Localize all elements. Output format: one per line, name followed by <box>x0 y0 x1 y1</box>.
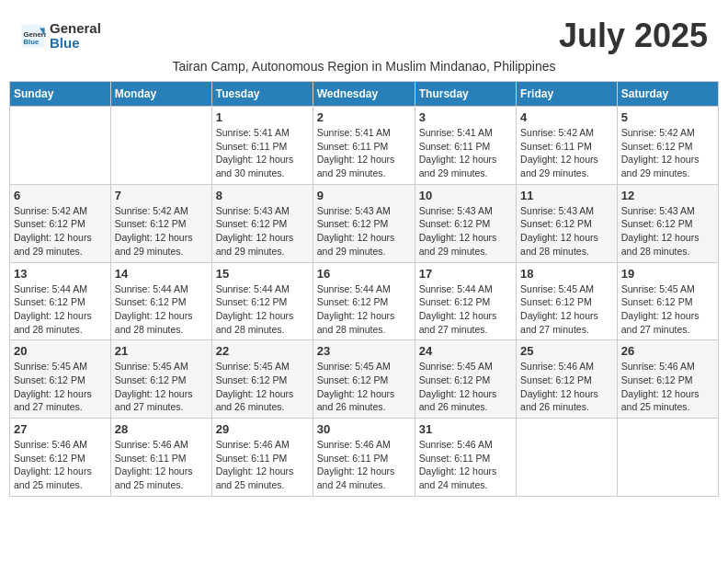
day-number: 26 <box>621 344 714 358</box>
calendar-cell: 10Sunrise: 5:43 AM Sunset: 6:12 PM Dayli… <box>415 184 516 262</box>
month-title: July 2025 <box>559 17 708 55</box>
day-info: Sunrise: 5:44 AM Sunset: 6:12 PM Dayligh… <box>419 282 512 337</box>
calendar-cell: 11Sunrise: 5:43 AM Sunset: 6:12 PM Dayli… <box>517 184 618 262</box>
day-number: 4 <box>520 110 613 124</box>
day-number: 31 <box>419 422 512 436</box>
calendar-cell: 8Sunrise: 5:43 AM Sunset: 6:12 PM Daylig… <box>211 184 313 262</box>
column-header-friday: Friday <box>517 82 618 107</box>
calendar-cell: 26Sunrise: 5:46 AM Sunset: 6:12 PM Dayli… <box>617 340 718 419</box>
day-info: Sunrise: 5:46 AM Sunset: 6:12 PM Dayligh… <box>520 360 613 414</box>
week-row-2: 6Sunrise: 5:42 AM Sunset: 6:12 PM Daylig… <box>10 184 719 262</box>
day-number: 17 <box>419 267 512 281</box>
day-info: Sunrise: 5:46 AM Sunset: 6:11 PM Dayligh… <box>419 438 512 492</box>
calendar-cell: 2Sunrise: 5:41 AM Sunset: 6:11 PM Daylig… <box>313 107 415 185</box>
calendar-cell: 18Sunrise: 5:45 AM Sunset: 6:12 PM Dayli… <box>517 262 618 340</box>
day-info: Sunrise: 5:44 AM Sunset: 6:12 PM Dayligh… <box>216 282 309 337</box>
calendar-cell: 19Sunrise: 5:45 AM Sunset: 6:12 PM Dayli… <box>617 262 718 340</box>
day-number: 23 <box>317 344 411 358</box>
calendar-cell: 7Sunrise: 5:42 AM Sunset: 6:12 PM Daylig… <box>110 184 211 262</box>
calendar-cell: 27Sunrise: 5:46 AM Sunset: 6:12 PM Dayli… <box>10 419 111 497</box>
day-info: Sunrise: 5:41 AM Sunset: 6:11 PM Dayligh… <box>419 126 512 180</box>
day-number: 14 <box>115 267 208 281</box>
calendar-cell <box>110 107 211 185</box>
day-number: 16 <box>317 267 411 281</box>
day-info: Sunrise: 5:42 AM Sunset: 6:11 PM Dayligh… <box>520 126 613 180</box>
calendar-table: SundayMondayTuesdayWednesdayThursdayFrid… <box>9 81 719 497</box>
day-number: 22 <box>216 344 309 358</box>
calendar-cell: 12Sunrise: 5:43 AM Sunset: 6:12 PM Dayli… <box>617 184 718 262</box>
logo-blue: Blue <box>50 35 80 51</box>
logo-icon: General Blue <box>20 23 46 49</box>
week-row-1: 1Sunrise: 5:41 AM Sunset: 6:11 PM Daylig… <box>10 107 719 185</box>
day-number: 12 <box>621 189 714 202</box>
calendar-cell: 22Sunrise: 5:45 AM Sunset: 6:12 PM Dayli… <box>211 340 313 419</box>
day-number: 30 <box>317 422 411 436</box>
day-number: 9 <box>317 189 411 202</box>
day-info: Sunrise: 5:43 AM Sunset: 6:12 PM Dayligh… <box>419 204 512 259</box>
calendar-cell: 13Sunrise: 5:44 AM Sunset: 6:12 PM Dayli… <box>10 262 111 340</box>
day-info: Sunrise: 5:44 AM Sunset: 6:12 PM Dayligh… <box>317 282 411 337</box>
day-number: 7 <box>115 189 208 202</box>
column-header-saturday: Saturday <box>617 82 718 107</box>
day-number: 8 <box>216 189 309 202</box>
day-info: Sunrise: 5:46 AM Sunset: 6:11 PM Dayligh… <box>216 438 309 492</box>
logo-general: General <box>50 20 101 36</box>
day-number: 28 <box>115 422 208 436</box>
logo: General Blue General Blue <box>20 21 101 52</box>
calendar-cell <box>517 419 618 497</box>
column-header-monday: Monday <box>110 82 211 107</box>
day-number: 5 <box>621 110 714 124</box>
day-number: 13 <box>14 267 107 281</box>
day-info: Sunrise: 5:41 AM Sunset: 6:11 PM Dayligh… <box>317 126 411 180</box>
calendar-cell: 1Sunrise: 5:41 AM Sunset: 6:11 PM Daylig… <box>211 107 313 185</box>
calendar-cell: 17Sunrise: 5:44 AM Sunset: 6:12 PM Dayli… <box>415 262 516 340</box>
calendar-cell: 9Sunrise: 5:43 AM Sunset: 6:12 PM Daylig… <box>313 184 415 262</box>
day-info: Sunrise: 5:45 AM Sunset: 6:12 PM Dayligh… <box>621 282 714 337</box>
calendar-cell: 6Sunrise: 5:42 AM Sunset: 6:12 PM Daylig… <box>10 184 111 262</box>
calendar-cell: 24Sunrise: 5:45 AM Sunset: 6:12 PM Dayli… <box>415 340 516 419</box>
column-header-sunday: Sunday <box>10 82 111 107</box>
day-info: Sunrise: 5:43 AM Sunset: 6:12 PM Dayligh… <box>621 204 714 259</box>
calendar-cell: 3Sunrise: 5:41 AM Sunset: 6:11 PM Daylig… <box>415 107 516 185</box>
calendar-cell: 25Sunrise: 5:46 AM Sunset: 6:12 PM Dayli… <box>517 340 618 419</box>
day-number: 21 <box>115 344 208 358</box>
svg-text:Blue: Blue <box>24 38 40 46</box>
day-number: 20 <box>14 344 107 358</box>
week-row-5: 27Sunrise: 5:46 AM Sunset: 6:12 PM Dayli… <box>10 419 719 497</box>
day-info: Sunrise: 5:42 AM Sunset: 6:12 PM Dayligh… <box>115 204 208 259</box>
day-number: 27 <box>14 422 107 436</box>
calendar-cell: 15Sunrise: 5:44 AM Sunset: 6:12 PM Dayli… <box>211 262 313 340</box>
day-info: Sunrise: 5:43 AM Sunset: 6:12 PM Dayligh… <box>520 204 613 259</box>
calendar-cell: 5Sunrise: 5:42 AM Sunset: 6:12 PM Daylig… <box>617 107 718 185</box>
calendar-cell: 20Sunrise: 5:45 AM Sunset: 6:12 PM Dayli… <box>10 340 111 419</box>
calendar-cell: 29Sunrise: 5:46 AM Sunset: 6:11 PM Dayli… <box>211 419 313 497</box>
day-number: 1 <box>216 110 309 124</box>
day-number: 3 <box>419 110 512 124</box>
calendar-cell: 23Sunrise: 5:45 AM Sunset: 6:12 PM Dayli… <box>313 340 415 419</box>
calendar-cell <box>10 107 111 185</box>
day-number: 11 <box>520 189 613 202</box>
day-number: 29 <box>216 422 309 436</box>
day-number: 24 <box>419 344 512 358</box>
calendar-cell: 21Sunrise: 5:45 AM Sunset: 6:12 PM Dayli… <box>110 340 211 419</box>
calendar-subtitle: Tairan Camp, Autonomous Region in Muslim… <box>9 59 719 74</box>
calendar-cell: 4Sunrise: 5:42 AM Sunset: 6:11 PM Daylig… <box>517 107 618 185</box>
calendar-cell: 28Sunrise: 5:46 AM Sunset: 6:11 PM Dayli… <box>110 419 211 497</box>
day-info: Sunrise: 5:43 AM Sunset: 6:12 PM Dayligh… <box>216 204 309 259</box>
day-info: Sunrise: 5:45 AM Sunset: 6:12 PM Dayligh… <box>216 360 309 414</box>
day-info: Sunrise: 5:45 AM Sunset: 6:12 PM Dayligh… <box>419 360 512 414</box>
day-number: 2 <box>317 110 411 124</box>
week-row-3: 13Sunrise: 5:44 AM Sunset: 6:12 PM Dayli… <box>10 262 719 340</box>
day-number: 18 <box>520 267 613 281</box>
day-info: Sunrise: 5:42 AM Sunset: 6:12 PM Dayligh… <box>14 204 107 259</box>
day-info: Sunrise: 5:42 AM Sunset: 6:12 PM Dayligh… <box>621 126 714 180</box>
day-info: Sunrise: 5:43 AM Sunset: 6:12 PM Dayligh… <box>317 204 411 259</box>
day-number: 10 <box>419 189 512 202</box>
calendar-cell: 30Sunrise: 5:46 AM Sunset: 6:11 PM Dayli… <box>313 419 415 497</box>
day-info: Sunrise: 5:46 AM Sunset: 6:12 PM Dayligh… <box>14 438 107 492</box>
day-info: Sunrise: 5:44 AM Sunset: 6:12 PM Dayligh… <box>14 282 107 337</box>
day-number: 19 <box>621 267 714 281</box>
calendar-cell: 14Sunrise: 5:44 AM Sunset: 6:12 PM Dayli… <box>110 262 211 340</box>
day-info: Sunrise: 5:46 AM Sunset: 6:11 PM Dayligh… <box>115 438 208 492</box>
logo-text: General Blue <box>50 21 101 52</box>
